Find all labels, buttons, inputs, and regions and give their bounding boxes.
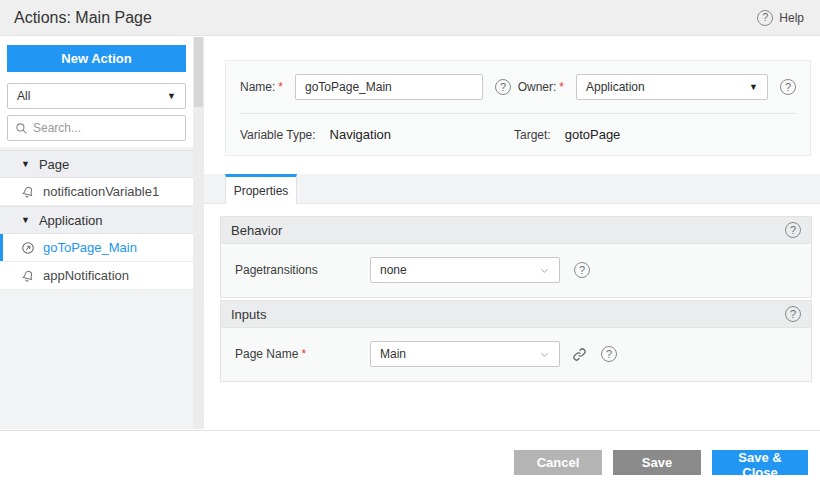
footer-bar: Cancel Save Save & Close bbox=[0, 430, 820, 488]
tree-item-label: goToPage_Main bbox=[43, 240, 137, 255]
header-bar: Actions: Main Page ? Help bbox=[0, 0, 820, 36]
behavior-help-icon[interactable]: ? bbox=[785, 222, 801, 238]
collapse-triangle-icon: ▼ bbox=[21, 215, 30, 225]
save-and-close-button[interactable]: Save & Close bbox=[712, 450, 808, 475]
inputs-help-icon[interactable]: ? bbox=[785, 306, 801, 322]
action-summary-panel: Name: * ? Owner: * Application ▼ ? Varia… bbox=[225, 60, 811, 156]
filter-dropdown[interactable]: All ▼ bbox=[7, 83, 186, 109]
actions-editor-window: Actions: Main Page ? Help New Action All… bbox=[0, 0, 820, 488]
name-input[interactable] bbox=[295, 74, 483, 100]
page-name-help-icon[interactable]: ? bbox=[601, 346, 617, 362]
cancel-button[interactable]: Cancel bbox=[514, 450, 602, 475]
chevron-down-icon bbox=[539, 349, 550, 360]
save-button[interactable]: Save bbox=[613, 450, 701, 475]
pagetransitions-value: none bbox=[380, 263, 407, 277]
scrollbar-thumb[interactable] bbox=[194, 37, 203, 107]
target-label: Target: bbox=[514, 128, 551, 142]
navigation-icon bbox=[21, 241, 35, 255]
tree-item-gotopage-main[interactable]: goToPage_Main bbox=[0, 234, 193, 262]
page-name-dropdown[interactable]: Main bbox=[370, 341, 560, 367]
bell-icon bbox=[20, 267, 37, 284]
pagetransitions-dropdown[interactable]: none bbox=[370, 257, 560, 283]
target-value: gotoPage bbox=[565, 127, 621, 142]
required-marker: * bbox=[559, 80, 564, 94]
inputs-section: Inputs ? Page Name* Main ? bbox=[220, 300, 812, 382]
collapse-triangle-icon: ▼ bbox=[21, 159, 30, 169]
inputs-title: Inputs bbox=[231, 307, 266, 322]
search-box bbox=[7, 115, 186, 141]
chevron-down-icon bbox=[539, 265, 550, 276]
inputs-section-header: Inputs ? bbox=[221, 301, 811, 328]
name-label: Name: bbox=[240, 80, 275, 94]
filter-dropdown-value: All bbox=[17, 89, 30, 103]
tree-group-page[interactable]: ▼ Page bbox=[0, 150, 193, 178]
tab-bar: Properties bbox=[204, 174, 820, 204]
variable-type-label: Variable Type: bbox=[240, 128, 316, 142]
behavior-section-header: Behavior ? bbox=[221, 217, 811, 244]
search-input[interactable] bbox=[33, 121, 173, 135]
sidebar: New Action All ▼ ▼ Page notificationVari… bbox=[0, 37, 193, 429]
name-help-icon[interactable]: ? bbox=[495, 79, 511, 95]
help-button[interactable]: ? Help bbox=[757, 10, 804, 26]
caret-down-icon: ▼ bbox=[167, 91, 176, 101]
target-field: Target: gotoPage bbox=[514, 127, 796, 142]
behavior-section-body: Pagetransitions none ? bbox=[221, 244, 811, 297]
tree-item-notificationvariable1[interactable]: notificationVariable1 bbox=[0, 178, 193, 206]
tree-group-application[interactable]: ▼ Application bbox=[0, 206, 193, 234]
help-icon: ? bbox=[757, 10, 773, 26]
behavior-section: Behavior ? Pagetransitions none ? bbox=[220, 216, 812, 298]
help-label: Help bbox=[779, 11, 804, 25]
owner-help-icon[interactable]: ? bbox=[780, 79, 796, 95]
page-title: Actions: Main Page bbox=[14, 9, 152, 27]
owner-label: Owner: bbox=[518, 80, 557, 94]
bell-icon bbox=[20, 183, 37, 200]
caret-down-icon: ▼ bbox=[749, 82, 758, 92]
main-panel: Name: * ? Owner: * Application ▼ ? Varia… bbox=[204, 37, 820, 429]
pagetransitions-label: Pagetransitions bbox=[235, 263, 370, 277]
tree-item-label: appNotification bbox=[43, 268, 129, 283]
inputs-section-body: Page Name* Main ? bbox=[221, 328, 811, 381]
sidebar-scrollbar[interactable] bbox=[193, 37, 204, 429]
owner-field: Owner: * Application ▼ ? bbox=[518, 74, 796, 100]
page-name-value: Main bbox=[380, 347, 406, 361]
pagetransitions-help-icon[interactable]: ? bbox=[574, 262, 590, 278]
tree-item-appnotification[interactable]: appNotification bbox=[0, 262, 193, 290]
new-action-button[interactable]: New Action bbox=[7, 45, 186, 72]
tree-item-label: notificationVariable1 bbox=[43, 184, 159, 199]
owner-dropdown-value: Application bbox=[586, 80, 645, 94]
required-marker: * bbox=[278, 80, 283, 94]
page-name-label: Page Name* bbox=[235, 347, 370, 361]
tree-group-label: Page bbox=[39, 157, 69, 172]
sidebar-controls: New Action All ▼ bbox=[0, 37, 193, 147]
behavior-title: Behavior bbox=[231, 223, 282, 238]
search-icon bbox=[15, 122, 28, 135]
required-marker: * bbox=[301, 347, 306, 361]
variable-type-value: Navigation bbox=[330, 127, 391, 142]
footer-buttons: Cancel Save Save & Close bbox=[514, 450, 808, 475]
owner-dropdown[interactable]: Application ▼ bbox=[576, 74, 768, 100]
tree-group-label: Application bbox=[39, 213, 103, 228]
bind-link-icon[interactable] bbox=[572, 347, 587, 362]
tab-properties[interactable]: Properties bbox=[225, 174, 297, 204]
action-tree: ▼ Page notificationVariable1 ▼ Applicati… bbox=[0, 150, 193, 290]
type-target-row: Variable Type: Navigation Target: gotoPa… bbox=[226, 114, 810, 155]
name-owner-row: Name: * ? Owner: * Application ▼ ? bbox=[226, 61, 810, 113]
